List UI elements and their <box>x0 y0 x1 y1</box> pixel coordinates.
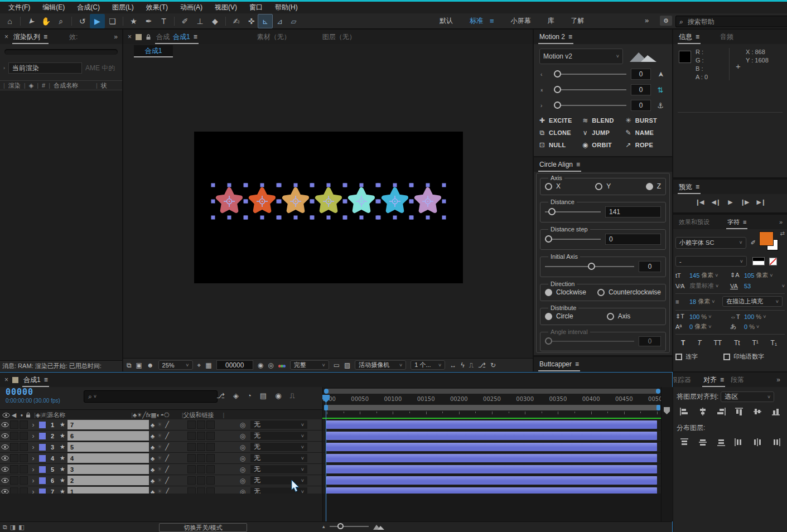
current-time-display[interactable]: 00000 0:00:00:00 (30.00 fps) <box>6 388 60 405</box>
pixel-aspect-icon[interactable]: ↔ <box>450 361 456 369</box>
table-row[interactable]: › 5 ★ 3 ♣ ☀ ╱ ◎ 无˅ <box>0 464 661 475</box>
tab-audio[interactable]: 音频 <box>719 30 735 44</box>
selection-handle[interactable] <box>442 183 446 187</box>
reset-icon[interactable]: ↻ <box>490 361 496 369</box>
eye-icon[interactable] <box>2 413 10 418</box>
multi-view-icon[interactable]: ⧉ <box>127 361 132 369</box>
panel-menu-icon[interactable]: ≡ <box>44 376 48 384</box>
parent-select[interactable]: 无˅ <box>250 443 307 451</box>
align-to-select[interactable]: 选区˅ <box>721 391 774 402</box>
close-icon[interactable]: × <box>4 33 8 41</box>
radio-counterclockwise[interactable]: Counterclockwise <box>597 288 661 296</box>
help-search[interactable]: ⌕ <box>675 16 787 27</box>
align-bottom-button[interactable] <box>769 407 783 417</box>
camera-select[interactable]: 活动摄像机˅ <box>355 360 406 370</box>
parent-select[interactable]: 无˅ <box>250 432 307 440</box>
tab-layer[interactable]: 图层（无） <box>321 30 357 44</box>
timeline-button-icon[interactable]: ⎍ <box>469 361 474 369</box>
distribute-bottom-button[interactable] <box>714 437 728 447</box>
font-family-select[interactable]: 小赖字体 SC˅ <box>675 237 746 249</box>
eye-icon[interactable] <box>0 432 10 440</box>
motion-slider-2[interactable] <box>554 86 626 94</box>
panel-menu-icon[interactable]: ≡ <box>696 183 699 191</box>
star-layer-2[interactable] <box>377 183 413 220</box>
distribute-right-button[interactable] <box>769 437 783 447</box>
audio-toggle[interactable] <box>10 420 18 429</box>
switch-box[interactable] <box>187 420 196 429</box>
selection-handle[interactable] <box>260 216 264 220</box>
clone-stamp-tool[interactable]: ⊥ <box>192 14 207 28</box>
selection-handle[interactable] <box>294 216 298 220</box>
tab-effects-presets[interactable]: 效果和预设 <box>678 215 711 229</box>
fill-color-swatch[interactable] <box>759 231 774 246</box>
flowchart-icon[interactable]: ⎇ <box>478 361 486 369</box>
selection-handle[interactable] <box>426 183 430 187</box>
clone-button[interactable]: ⧉CLONE <box>538 129 581 137</box>
layer-duration-bar[interactable] <box>326 454 657 462</box>
tab-composition[interactable]: 合成 合成1 ≡ <box>155 30 199 44</box>
quality-switch[interactable]: ♣ <box>149 422 156 428</box>
star-shape[interactable] <box>317 190 340 211</box>
selection-handle[interactable] <box>360 183 364 187</box>
distribute-center-h-button[interactable] <box>751 437 764 447</box>
panel-menu-icon[interactable]: ≡ <box>44 33 47 41</box>
expand-arrow-icon[interactable]: › <box>29 443 37 451</box>
eye-icon[interactable] <box>0 454 10 462</box>
selection-handle[interactable] <box>442 216 446 220</box>
viewer-timecode[interactable]: 00000 <box>216 360 253 370</box>
expand-arrow-icon[interactable]: › <box>29 432 37 440</box>
viewer-canvas[interactable] <box>123 57 533 358</box>
type-tool[interactable]: T <box>156 14 171 28</box>
selection-handle[interactable] <box>228 216 231 220</box>
tab-motion2[interactable]: Motion 2≡ <box>538 30 573 44</box>
parent-select[interactable]: 无˅ <box>250 454 307 462</box>
pan-behind-tool[interactable]: ❏ <box>105 14 120 28</box>
view-tab-comp1[interactable]: 合成1 <box>134 45 173 57</box>
tab-overflow-icon[interactable]: » <box>779 219 783 225</box>
play-button[interactable]: ▶ <box>728 199 732 206</box>
switch-box[interactable] <box>197 465 205 473</box>
close-icon[interactable]: × <box>128 33 132 41</box>
font-size-value[interactable]: 145 <box>689 272 699 279</box>
table-row[interactable]: › 4 ★ 4 ♣ ☀ ╱ ◎ 无˅ <box>0 453 661 464</box>
motion-preset-select[interactable]: Motion v2˅ <box>539 49 623 64</box>
tab-align[interactable]: 对齐≡ <box>702 373 725 387</box>
menu-item[interactable]: 视图(V) <box>209 3 243 12</box>
align-center-v-button[interactable] <box>751 407 764 417</box>
tag-icon[interactable]: ◈ <box>36 412 40 419</box>
solo-toggle[interactable] <box>20 443 28 451</box>
workspace-标准[interactable]: 标准 <box>470 16 483 26</box>
layer-name[interactable]: 6 <box>67 431 149 441</box>
menu-item[interactable]: 帮助(H) <box>269 3 304 12</box>
switch-box[interactable] <box>206 420 215 429</box>
pane-toggle-3-icon[interactable]: ◧ <box>18 524 24 531</box>
lock-icon[interactable] <box>26 412 31 418</box>
rocket-icon[interactable]: ➤ <box>656 69 665 79</box>
layer-name[interactable]: 3 <box>67 465 149 474</box>
guides-icon[interactable]: ⌖ <box>197 361 201 369</box>
switch-box[interactable] <box>206 443 215 451</box>
selection-handle[interactable] <box>327 216 331 220</box>
name-button[interactable]: ✎NAME <box>625 129 668 137</box>
selection-handle[interactable] <box>294 183 298 187</box>
layer-name[interactable]: 7 <box>67 420 149 429</box>
tab-character[interactable]: 字符≡ <box>726 215 747 229</box>
panel-menu-icon[interactable]: ≡ <box>696 33 699 41</box>
switch-box[interactable] <box>187 454 196 462</box>
parent-select[interactable]: 无˅ <box>250 420 307 429</box>
audio-toggle[interactable] <box>10 432 18 440</box>
excite-button[interactable]: ✚EXCITE <box>538 117 581 124</box>
star-layer-6[interactable] <box>244 183 281 220</box>
selection-handle[interactable] <box>377 183 381 187</box>
quality-switch[interactable]: ♣ <box>149 444 156 451</box>
menu-item[interactable]: 窗口 <box>243 3 269 12</box>
prev-frame-button[interactable]: ◀❙ <box>712 199 721 206</box>
col-status[interactable]: 状 <box>101 81 107 90</box>
world-axis-button[interactable]: ⊿ <box>273 14 287 28</box>
selection-handle[interactable] <box>211 200 215 204</box>
layer-duration-bar[interactable] <box>326 476 657 485</box>
timeline-zoom-control[interactable]: ▴ <box>322 523 384 530</box>
layer-name[interactable]: 5 <box>67 442 149 452</box>
motion-slider-3[interactable] <box>554 101 626 109</box>
star-layer-4[interactable] <box>311 183 347 220</box>
